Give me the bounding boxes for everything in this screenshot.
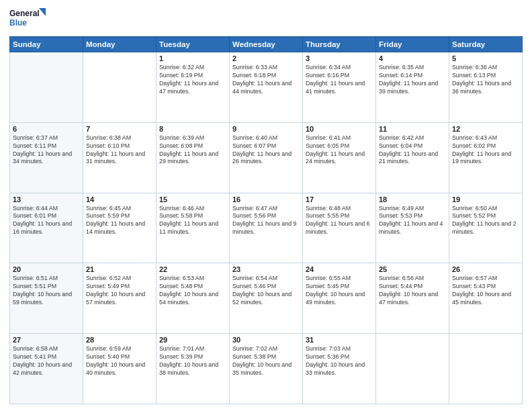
day-number: 31 [306,336,373,344]
cell-info: Daylight: 11 hours and 36 minutes. [452,80,519,96]
cell-info: Sunrise: 6:39 AM [159,134,226,142]
calendar-cell [449,334,523,404]
calendar-cell: 5Sunrise: 6:36 AMSunset: 6:13 PMDaylight… [449,52,523,123]
cell-info: Daylight: 11 hours and 2 minutes. [452,220,519,236]
day-number: 1 [159,54,226,62]
calendar-cell [83,52,157,123]
cell-info: Daylight: 11 hours and 44 minutes. [232,80,300,96]
weekday-header-friday: Friday [376,37,449,52]
weekday-header-sunday: Sunday [10,37,83,52]
day-number: 10 [306,125,373,133]
cell-info: Daylight: 10 hours and 38 minutes. [159,361,226,377]
day-number: 25 [379,265,446,273]
day-number: 19 [452,195,519,203]
day-number: 2 [232,54,300,62]
weekday-header-tuesday: Tuesday [157,37,230,52]
calendar-cell: 19Sunrise: 6:50 AMSunset: 5:52 PMDayligh… [449,193,523,263]
day-number: 24 [306,265,373,273]
calendar-cell: 14Sunrise: 6:45 AMSunset: 5:59 PMDayligh… [83,193,157,263]
calendar-cell: 29Sunrise: 7:01 AMSunset: 5:39 PMDayligh… [157,334,230,404]
calendar-cell: 16Sunrise: 6:47 AMSunset: 5:56 PMDayligh… [230,193,303,263]
day-number: 5 [452,54,519,62]
calendar-cell: 3Sunrise: 6:34 AMSunset: 6:16 PMDaylight… [303,52,376,123]
cell-info: Sunrise: 6:43 AM [452,134,519,142]
cell-info: Sunset: 6:11 PM [13,142,80,150]
cell-info: Sunrise: 6:48 AM [306,205,373,213]
cell-info: Sunrise: 6:38 AM [86,134,153,142]
cell-info: Daylight: 11 hours and 14 minutes. [86,220,153,236]
cell-info: Sunrise: 7:02 AM [232,345,300,353]
cell-info: Daylight: 11 hours and 41 minutes. [306,80,373,96]
calendar-cell: 27Sunrise: 6:58 AMSunset: 5:41 PMDayligh… [10,334,83,404]
cell-info: Sunrise: 7:01 AM [159,345,226,353]
calendar-cell: 6Sunrise: 6:37 AMSunset: 6:11 PMDaylight… [10,122,83,193]
calendar-cell: 7Sunrise: 6:38 AMSunset: 6:10 PMDaylight… [83,122,157,193]
calendar-cell: 17Sunrise: 6:48 AMSunset: 5:55 PMDayligh… [303,193,376,263]
calendar-cell [10,52,83,123]
calendar-cell: 9Sunrise: 6:40 AMSunset: 6:07 PMDaylight… [230,122,303,193]
day-number: 13 [13,195,80,203]
cell-info: Sunrise: 6:59 AM [86,345,153,353]
cell-info: Sunrise: 6:54 AM [232,275,300,283]
calendar-cell: 11Sunrise: 6:42 AMSunset: 6:04 PMDayligh… [376,122,449,193]
week-row-2: 13Sunrise: 6:44 AMSunset: 6:01 PMDayligh… [10,193,523,263]
week-row-0: 1Sunrise: 6:32 AMSunset: 6:19 PMDaylight… [10,52,523,123]
day-number: 30 [232,336,300,344]
calendar-cell: 10Sunrise: 6:41 AMSunset: 6:05 PMDayligh… [303,122,376,193]
cell-info: Sunrise: 6:50 AM [452,205,519,213]
day-number: 6 [13,125,80,133]
svg-text:General: General [9,9,40,18]
day-number: 12 [452,125,519,133]
page: General Blue SundayMondayTuesdayWednesda… [0,0,532,411]
cell-info: Sunset: 6:13 PM [452,72,519,80]
week-row-1: 6Sunrise: 6:37 AMSunset: 6:11 PMDaylight… [10,122,523,193]
cell-info: Sunset: 5:53 PM [379,212,446,220]
calendar-cell: 13Sunrise: 6:44 AMSunset: 6:01 PMDayligh… [10,193,83,263]
cell-info: Daylight: 10 hours and 59 minutes. [13,291,80,307]
day-number: 21 [86,265,153,273]
cell-info: Sunset: 6:10 PM [86,142,153,150]
cell-info: Daylight: 11 hours and 34 minutes. [13,150,80,167]
cell-info: Sunrise: 6:42 AM [379,134,446,142]
cell-info: Daylight: 10 hours and 40 minutes. [86,361,153,377]
cell-info: Sunset: 5:59 PM [86,212,153,220]
cell-info: Sunrise: 7:03 AM [306,345,373,353]
weekday-header-row: SundayMondayTuesdayWednesdayThursdayFrid… [10,37,523,52]
cell-info: Sunrise: 6:55 AM [306,275,373,283]
cell-info: Daylight: 11 hours and 4 minutes. [379,220,446,236]
calendar-cell: 15Sunrise: 6:46 AMSunset: 5:58 PMDayligh… [157,193,230,263]
day-number: 4 [379,54,446,62]
cell-info: Daylight: 10 hours and 42 minutes. [13,361,80,377]
cell-info: Daylight: 11 hours and 47 minutes. [159,80,226,96]
cell-info: Sunset: 6:01 PM [13,212,80,220]
day-number: 14 [86,195,153,203]
cell-info: Sunrise: 6:45 AM [86,205,153,213]
calendar-cell: 12Sunrise: 6:43 AMSunset: 6:02 PMDayligh… [449,122,523,193]
cell-info: Daylight: 10 hours and 57 minutes. [86,291,153,307]
cell-info: Sunrise: 6:57 AM [452,275,519,283]
calendar-cell: 1Sunrise: 6:32 AMSunset: 6:19 PMDaylight… [157,52,230,123]
cell-info: Daylight: 11 hours and 19 minutes. [452,150,519,167]
cell-info: Sunset: 6:18 PM [232,72,300,80]
cell-info: Sunset: 5:55 PM [306,212,373,220]
cell-info: Daylight: 11 hours and 39 minutes. [379,80,446,96]
cell-info: Daylight: 10 hours and 45 minutes. [452,291,519,307]
cell-info: Daylight: 11 hours and 26 minutes. [232,150,300,167]
cell-info: Daylight: 10 hours and 35 minutes. [232,361,300,377]
cell-info: Sunset: 6:07 PM [232,142,300,150]
cell-info: Daylight: 11 hours and 6 minutes. [306,220,373,236]
cell-info: Daylight: 11 hours and 11 minutes. [159,220,226,236]
cell-info: Sunrise: 6:40 AM [232,134,300,142]
calendar-cell [376,334,449,404]
day-number: 28 [86,336,153,344]
cell-info: Sunrise: 6:47 AM [232,205,300,213]
cell-info: Sunrise: 6:41 AM [306,134,373,142]
cell-info: Sunset: 5:39 PM [159,353,226,361]
weekday-header-monday: Monday [83,37,157,52]
cell-info: Sunset: 6:05 PM [306,142,373,150]
cell-info: Sunset: 6:08 PM [159,142,226,150]
cell-info: Sunset: 5:40 PM [86,353,153,361]
cell-info: Sunrise: 6:36 AM [452,64,519,72]
day-number: 18 [379,195,446,203]
calendar-cell: 21Sunrise: 6:52 AMSunset: 5:49 PMDayligh… [83,263,157,334]
